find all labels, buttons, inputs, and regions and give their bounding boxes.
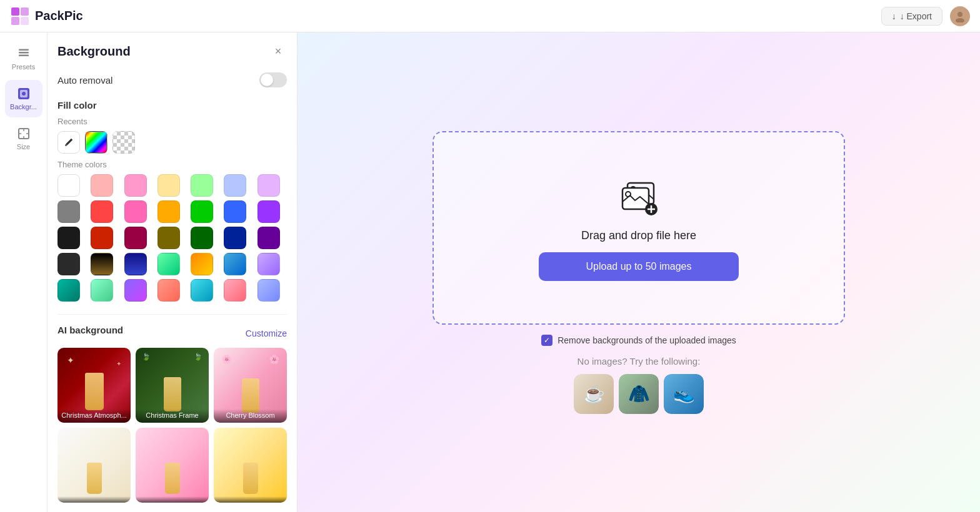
theme-colors-grid	[58, 174, 287, 302]
bottle-shape4	[87, 463, 102, 494]
sidebar-item-background[interactable]: Backgr...	[5, 80, 42, 117]
svg-rect-7	[19, 55, 29, 57]
ai-bg-yellow-flowers[interactable]	[214, 428, 287, 503]
svg-rect-0	[11, 7, 19, 16]
color-swatch-dark-green[interactable]	[191, 227, 213, 249]
color-swatch-lime-grad[interactable]	[91, 279, 113, 302]
color-swatch-grad-mint[interactable]	[158, 253, 180, 275]
color-swatch-dark-red[interactable]	[91, 227, 113, 249]
upload-btn-label: Upload up to 50 images	[586, 261, 692, 272]
remove-bg-checkbox[interactable]: ✓	[541, 335, 552, 346]
divider	[58, 314, 287, 315]
color-swatch-light-red[interactable]	[91, 174, 113, 197]
pink-flowers-bg	[136, 428, 209, 503]
ai-bg-christmas-atm[interactable]: ✦ ✦ Christmas Atmosph...	[58, 348, 131, 423]
color-swatch-dark-blue[interactable]	[224, 227, 246, 249]
panel-close-button[interactable]: ×	[269, 42, 287, 60]
upload-zone[interactable]: Drag and drop file here Upload up to 50 …	[432, 131, 845, 325]
ai-bg-pink-flowers[interactable]	[136, 428, 209, 503]
color-swatch-peach-grad[interactable]	[158, 279, 180, 302]
white-flowers-bg	[58, 428, 131, 503]
ai-bg-cherry-blossom[interactable]: 🌸 🌸 Cherry Blossom	[214, 348, 287, 423]
color-swatch-light-purple[interactable]	[258, 174, 280, 197]
ai-bg-white-flowers[interactable]	[58, 428, 131, 503]
sample-image-coffee[interactable]: ☕	[574, 374, 614, 414]
jacket-thumb: 🧥	[619, 374, 659, 414]
size-icon	[17, 127, 31, 140]
color-swatch-cyan-grad[interactable]	[191, 279, 213, 302]
user-avatar[interactable]	[950, 6, 970, 26]
color-swatch-black[interactable]	[58, 227, 80, 249]
sidebar-label-size: Size	[17, 143, 30, 150]
svg-point-5	[956, 18, 964, 22]
color-swatch-light-blue[interactable]	[224, 174, 246, 197]
svg-point-11	[22, 92, 26, 96]
color-swatch-orange[interactable]	[158, 200, 180, 223]
sidebar-item-presets[interactable]: Presets	[5, 40, 42, 77]
auto-removal-row: Auto removal	[58, 72, 287, 87]
color-swatch-green[interactable]	[191, 200, 213, 223]
recents-label: Recents	[58, 117, 287, 126]
color-swatch-light-green[interactable]	[191, 174, 213, 197]
christmas-atm-label: Christmas Atmosph...	[58, 409, 131, 423]
ai-bg-christmas-frame[interactable]: 🍃 🍃 Christmas Frame	[136, 348, 209, 423]
theme-colors-label: Theme colors	[58, 160, 287, 169]
color-swatch-grad-amber[interactable]	[191, 253, 213, 275]
color-swatch-light-yellow[interactable]	[158, 174, 180, 197]
color-swatch-grad-sky[interactable]	[224, 253, 246, 275]
fill-color-title: Fill color	[58, 100, 287, 111]
color-swatch-gray[interactable]	[58, 200, 80, 223]
background-icon	[17, 87, 31, 101]
header-actions: ↓ ↓ Export	[881, 6, 970, 26]
color-swatch-rose-grad[interactable]	[224, 279, 246, 302]
sample-image-jacket[interactable]: 🧥	[619, 374, 659, 414]
color-swatch-blue[interactable]	[224, 200, 246, 223]
layers-icon	[17, 47, 31, 61]
color-swatch-purple[interactable]	[258, 200, 280, 223]
ai-bg-header: AI background Customize	[58, 325, 287, 342]
logo-icon	[10, 6, 30, 26]
coffee-thumb: ☕	[574, 374, 614, 414]
fill-color-section: Fill color Recents Theme colors	[58, 100, 287, 302]
color-picker-swatch[interactable]	[58, 131, 80, 154]
svg-point-17	[65, 144, 67, 146]
customize-link[interactable]: Customize	[246, 328, 287, 338]
svg-point-4	[958, 12, 962, 17]
canvas-content: Drag and drop file here Upload up to 50 …	[432, 131, 845, 414]
panel-title: Background	[58, 44, 131, 59]
blossom2: 🌸	[269, 354, 279, 364]
canvas-area: Drag and drop file here Upload up to 50 …	[298, 32, 980, 512]
cherry-blossom-label: Cherry Blossom	[214, 409, 287, 423]
rainbow-swatch[interactable]	[85, 131, 108, 154]
sample-image-shoe[interactable]: 👟	[664, 374, 704, 414]
upload-button[interactable]: Upload up to 50 images	[539, 252, 739, 281]
color-swatch-teal-grad[interactable]	[58, 279, 80, 302]
svg-rect-6	[19, 52, 29, 54]
sidebar-item-size[interactable]: Size	[5, 120, 42, 157]
color-swatch-grad-lavender[interactable]	[258, 253, 280, 275]
color-swatch-dark-pink[interactable]	[124, 227, 147, 249]
color-swatch-white[interactable]	[58, 174, 80, 197]
svg-rect-1	[21, 7, 29, 16]
ai-bg-grid: ✦ ✦ Christmas Atmosph... 🍃 🍃 Christmas F…	[58, 348, 287, 503]
export-icon: ↓	[892, 11, 896, 21]
color-swatch-grad-navy[interactable]	[124, 253, 147, 275]
color-swatch-grad-black[interactable]	[58, 253, 80, 275]
color-swatch-violet-grad[interactable]	[124, 279, 147, 302]
export-button[interactable]: ↓ ↓ Export	[881, 7, 942, 26]
color-swatch-pink[interactable]	[124, 200, 147, 223]
app-header: PackPic ↓ ↓ Export	[0, 0, 980, 32]
color-swatch-brown[interactable]	[158, 227, 180, 249]
bottle-shape3	[242, 378, 259, 413]
color-swatch-indigo-grad[interactable]	[258, 279, 280, 302]
transparent-swatch[interactable]	[112, 131, 135, 154]
drag-drop-text: Drag and drop file here	[581, 229, 696, 242]
color-swatch-red[interactable]	[91, 200, 113, 223]
color-swatch-dark-purple[interactable]	[258, 227, 280, 249]
color-swatch-grad-bronze[interactable]	[91, 253, 113, 275]
color-swatch-light-pink[interactable]	[124, 174, 147, 197]
leaf: 🍃	[142, 353, 151, 361]
auto-removal-toggle[interactable]	[259, 72, 287, 87]
svg-rect-3	[21, 17, 29, 25]
app-logo[interactable]: PackPic	[10, 6, 83, 26]
